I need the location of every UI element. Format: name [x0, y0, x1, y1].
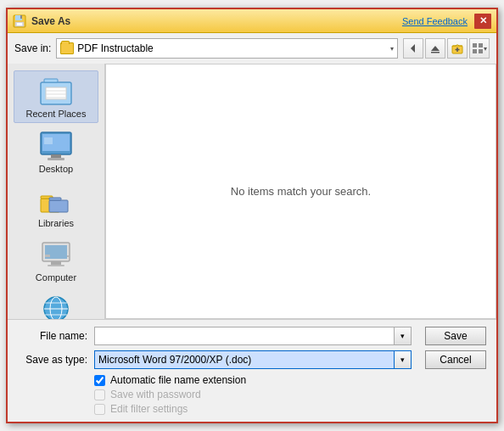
close-button[interactable]: ✕: [474, 14, 491, 29]
auto-extension-row: Automatic file name extension: [94, 374, 486, 386]
save-as-title-icon: [13, 14, 26, 28]
checkboxes-area: Automatic file name extension Save with …: [18, 374, 486, 415]
edit-filter-checkbox: [94, 404, 105, 415]
save-button-col: Save: [418, 327, 486, 345]
toolbar: Save in: PDF Instructable ▾: [8, 33, 496, 64]
svg-rect-33: [48, 265, 64, 266]
sidebar-item-label-libraries: Libraries: [38, 218, 74, 228]
svg-rect-13: [473, 49, 477, 53]
send-feedback-link[interactable]: Send Feedback: [402, 16, 468, 26]
empty-message: No items match your search.: [231, 185, 371, 198]
content-area: Recent Places Desktop: [8, 64, 496, 319]
dialog-title: Save As: [31, 15, 70, 27]
svg-rect-24: [48, 158, 64, 160]
sidebar-item-desktop[interactable]: Desktop: [14, 126, 98, 177]
save-as-type-select[interactable]: Microsoft Word 97/2000/XP (.doc): [94, 350, 395, 369]
file-panel: No items match your search.: [105, 64, 496, 319]
views-icon: [472, 42, 484, 54]
title-bar: Save As Send Feedback ✕: [8, 9, 496, 33]
libraries-icon: [37, 184, 75, 216]
svg-rect-11: [473, 43, 477, 48]
auto-extension-checkbox[interactable]: [94, 375, 105, 386]
sidebar-item-libraries[interactable]: Libraries: [14, 181, 98, 232]
file-name-dropdown-btn[interactable]: ▾: [395, 327, 412, 345]
up-button[interactable]: [425, 38, 445, 59]
sidebar-item-label-recent: Recent Places: [26, 109, 87, 119]
svg-rect-14: [479, 49, 483, 53]
title-bar-left: Save As: [13, 14, 70, 28]
folder-icon: [60, 42, 74, 54]
save-with-password-label: Save with password: [110, 389, 201, 400]
svg-point-36: [44, 297, 68, 319]
save-as-type-label: Save as type:: [18, 354, 94, 366]
svg-rect-28: [49, 200, 68, 212]
file-name-input[interactable]: [94, 327, 395, 345]
new-folder-icon: [451, 42, 463, 54]
svg-rect-25: [44, 137, 53, 144]
svg-rect-32: [51, 261, 61, 265]
file-name-label: File name:: [18, 330, 94, 342]
svg-rect-23: [51, 154, 61, 158]
save-as-type-dropdown-btn[interactable]: ▾: [395, 350, 412, 369]
file-name-input-wrapper: ▾: [94, 327, 412, 345]
bottom-area: File name: ▾ Save Save as type: Microsof…: [8, 319, 496, 422]
svg-rect-12: [479, 43, 483, 48]
save-as-type-value: Microsoft Word 97/2000/XP (.doc): [98, 354, 251, 366]
svg-rect-4: [17, 23, 22, 25]
network-icon: [37, 293, 75, 319]
up-icon: [429, 42, 441, 54]
views-button[interactable]: ▾: [469, 38, 490, 59]
folder-dropdown-arrow: ▾: [390, 45, 394, 53]
back-button[interactable]: [403, 38, 423, 59]
folder-dropdown[interactable]: PDF Instructable ▾: [56, 38, 398, 59]
recent-places-icon: [37, 75, 75, 107]
sidebar: Recent Places Desktop: [8, 64, 105, 319]
edit-filter-label: Edit filter settings: [110, 403, 188, 415]
folder-name: PDF Instructable: [77, 42, 387, 54]
save-as-type-wrapper: Microsoft Word 97/2000/XP (.doc) ▾: [94, 350, 412, 369]
svg-rect-2: [20, 15, 22, 19]
edit-filter-row: Edit filter settings: [94, 403, 486, 415]
cancel-button-col: Cancel: [418, 350, 486, 369]
svg-rect-29: [49, 198, 61, 200]
sidebar-item-recent-places[interactable]: Recent Places: [14, 70, 98, 123]
svg-rect-34: [45, 255, 50, 257]
save-as-type-row: Save as type: Microsoft Word 97/2000/XP …: [18, 350, 486, 369]
toolbar-buttons: ▾: [403, 38, 490, 59]
save-in-label: Save in:: [14, 42, 51, 54]
svg-marker-5: [411, 44, 415, 53]
save-with-password-row: Save with password: [94, 389, 486, 400]
svg-point-35: [67, 255, 69, 257]
computer-icon: [37, 238, 75, 271]
sidebar-item-label-computer: Computer: [36, 272, 76, 283]
cancel-button[interactable]: Cancel: [425, 350, 486, 369]
sidebar-item-network[interactable]: Network: [14, 289, 98, 319]
back-icon: [407, 42, 419, 54]
new-folder-button[interactable]: [447, 38, 468, 59]
save-as-dialog: Save As Send Feedback ✕ Save in: PDF Ins…: [6, 8, 498, 423]
svg-rect-7: [431, 52, 440, 53]
save-button[interactable]: Save: [425, 327, 486, 345]
desktop-icon: [37, 130, 75, 162]
save-with-password-checkbox: [94, 389, 105, 400]
svg-rect-16: [44, 79, 58, 82]
sidebar-item-label-desktop: Desktop: [39, 164, 73, 174]
svg-marker-6: [431, 46, 440, 51]
file-name-row: File name: ▾ Save: [18, 327, 486, 345]
title-bar-right: Send Feedback ✕: [402, 14, 491, 29]
auto-extension-label: Automatic file name extension: [110, 374, 246, 386]
sidebar-item-computer[interactable]: Computer: [14, 235, 98, 286]
